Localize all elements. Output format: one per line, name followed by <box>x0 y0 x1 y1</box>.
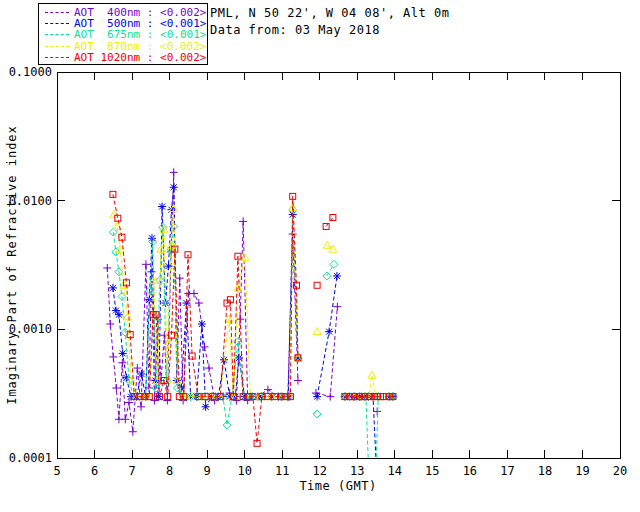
series-line <box>327 264 334 276</box>
x-tick-label: 6 <box>91 464 98 478</box>
x-tick-label: 20 <box>613 464 627 478</box>
x-tick-label: 18 <box>538 464 552 478</box>
plot-screenshot: AOT 400nm : <0.002> AOT 500nm : <0.001> … <box>0 0 640 512</box>
x-tick-label: 8 <box>166 464 173 478</box>
x-tick-label: 5 <box>53 464 60 478</box>
x-tick-label: 13 <box>350 464 364 478</box>
x-tick-label: 17 <box>500 464 514 478</box>
y-tick-label: 0.0001 <box>9 451 52 465</box>
x-tick-label: 15 <box>425 464 439 478</box>
y-tick-label: 0.1000 <box>9 65 52 79</box>
tick-labels: 5678910111213141516171819200.10000.01000… <box>9 65 628 478</box>
series-675nm <box>109 206 397 482</box>
x-tick-label: 16 <box>463 464 477 478</box>
x-tick-label: 12 <box>313 464 327 478</box>
plot-svg: 5678910111213141516171819200.10000.01000… <box>0 0 640 512</box>
x-tick-label: 9 <box>204 464 211 478</box>
x-tick-label: 14 <box>388 464 402 478</box>
x-tick-label: 7 <box>128 464 135 478</box>
y-tick-label: 0.0100 <box>9 194 52 208</box>
y-tick-label: 0.0010 <box>9 322 52 336</box>
x-tick-label: 10 <box>237 464 251 478</box>
series-line <box>317 276 337 397</box>
x-tick-label: 11 <box>275 464 289 478</box>
series-line <box>113 210 298 425</box>
x-tick-label: 19 <box>575 464 589 478</box>
